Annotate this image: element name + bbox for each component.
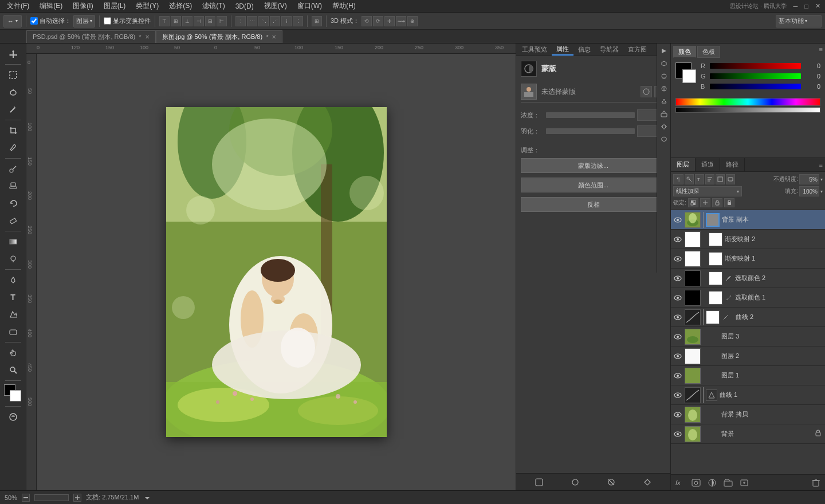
eye-layer2[interactable] bbox=[673, 352, 682, 361]
3d-btn3[interactable]: ✛ bbox=[384, 16, 395, 26]
layer-row-gradient1[interactable]: 渐变映射 1 bbox=[671, 249, 825, 269]
channels-tab[interactable]: 通道 bbox=[696, 158, 720, 171]
lasso-tool[interactable] bbox=[5, 84, 21, 100]
auto-select-input[interactable] bbox=[30, 17, 38, 25]
tab-jpg-close[interactable]: ✕ bbox=[272, 34, 276, 40]
layer-row-bg-copy[interactable]: 背景 副本 bbox=[671, 210, 825, 230]
prop-tab-histogram[interactable]: 直方图 bbox=[623, 44, 651, 55]
type-icon[interactable]: ¶ bbox=[673, 174, 683, 184]
side-btn5[interactable] bbox=[659, 96, 669, 107]
window-max[interactable]: □ bbox=[802, 3, 811, 10]
layer-row-gradient2[interactable]: 渐变映射 2 bbox=[671, 230, 825, 249]
layer-group-btn[interactable] bbox=[722, 477, 734, 489]
prop-tab-info[interactable]: 信息 bbox=[573, 44, 595, 55]
menu-item-window[interactable]: 窗口(W) bbox=[293, 0, 327, 12]
layer-mask-btn[interactable] bbox=[690, 477, 702, 489]
grayscale-bar[interactable] bbox=[675, 107, 820, 113]
dist-left-btn[interactable]: ⋰ bbox=[270, 16, 280, 26]
align-top-btn[interactable]: ⊤ bbox=[159, 16, 170, 26]
menu-item-image[interactable]: 图像(I) bbox=[68, 0, 97, 12]
align-bottom-btn[interactable]: ⊥ bbox=[182, 16, 192, 26]
layer-row-layer3[interactable]: 图层 3 bbox=[671, 327, 825, 346]
opacity-value[interactable]: 5% bbox=[799, 174, 819, 184]
layer-row-bg-backup[interactable]: 背景 拷贝 bbox=[671, 405, 825, 424]
menu-item-type[interactable]: 类型(Y) bbox=[131, 0, 163, 12]
menu-item-filter[interactable]: 滤镜(T) bbox=[198, 0, 229, 12]
background-swatch[interactable] bbox=[682, 69, 696, 83]
prop-tab-properties[interactable]: 属性 bbox=[552, 44, 573, 56]
fill-arrow[interactable]: ▾ bbox=[820, 189, 823, 194]
mask-bottom-btn4[interactable] bbox=[642, 477, 653, 488]
layer-adjust-btn[interactable] bbox=[706, 477, 718, 489]
zoom-in-btn[interactable] bbox=[73, 494, 81, 502]
density-slider[interactable] bbox=[546, 112, 635, 118]
blend-mode-select[interactable]: 线性加深 ▾ bbox=[673, 186, 742, 196]
menu-item-3d[interactable]: 3D(D) bbox=[231, 1, 258, 11]
tab-jpg[interactable]: 原图.jpg @ 50% (背景 副本, RGB/8) * ✕ bbox=[156, 30, 283, 43]
layers-tab[interactable]: 图层 bbox=[671, 158, 696, 171]
selection-tool[interactable] bbox=[5, 67, 21, 83]
dist-top-btn[interactable]: ⋮ bbox=[235, 16, 246, 26]
stamp-tool[interactable] bbox=[5, 178, 21, 194]
green-slider[interactable] bbox=[710, 73, 801, 79]
filter-btn2[interactable]: T bbox=[695, 174, 704, 184]
tab-psd-close[interactable]: ✕ bbox=[145, 34, 150, 40]
history-tool[interactable] bbox=[5, 195, 21, 211]
layer-row-curves2[interactable]: 曲线 2 bbox=[671, 308, 825, 327]
spectrum-bar[interactable] bbox=[675, 98, 820, 106]
mask-bottom-btn2[interactable] bbox=[569, 477, 581, 488]
3d-btn2[interactable]: ⟳ bbox=[373, 16, 383, 26]
show-transform-checkbox[interactable]: 显示变换控件 bbox=[104, 17, 151, 25]
eye-curves1[interactable] bbox=[673, 391, 682, 400]
color-tab[interactable]: 颜色 bbox=[673, 46, 696, 58]
side-btn8[interactable] bbox=[659, 134, 669, 144]
eye-bg-copy[interactable] bbox=[673, 215, 682, 225]
prop-tab-preview[interactable]: 工具预览 bbox=[517, 44, 552, 55]
layers-panel-menu[interactable]: ≡ bbox=[819, 162, 823, 168]
background-color[interactable] bbox=[10, 390, 21, 401]
workspace-dropdown[interactable]: 基本功能 ▾ bbox=[776, 15, 822, 27]
feather-slider[interactable] bbox=[546, 128, 635, 134]
layer-row-layer1[interactable]: 图层 1 bbox=[671, 366, 825, 385]
lock-position-btn[interactable] bbox=[700, 198, 710, 207]
canvas-container[interactable] bbox=[37, 54, 516, 490]
eye-layer1[interactable] bbox=[673, 371, 682, 380]
eye-gradient1[interactable] bbox=[673, 254, 682, 263]
menu-item-edit[interactable]: 编辑(E) bbox=[35, 0, 67, 12]
brush-tool[interactable] bbox=[5, 161, 21, 177]
eye-layer3[interactable] bbox=[673, 332, 682, 341]
tab-psd[interactable]: PSD.psd @ 50% (背景 副本, RGB/8) * ✕ bbox=[26, 30, 156, 43]
shape-tool[interactable] bbox=[5, 324, 21, 340]
zoom-out-btn[interactable] bbox=[22, 494, 30, 502]
wand-tool[interactable] bbox=[5, 101, 21, 117]
align-hmid-btn[interactable]: ⊟ bbox=[205, 16, 215, 26]
lock-lock-btn[interactable] bbox=[724, 198, 734, 207]
layer-row-layer2[interactable]: 图层 2 bbox=[671, 346, 825, 366]
move-tool-btn[interactable]: ↔ ▾ bbox=[3, 15, 22, 27]
menu-item-layer[interactable]: 图层(L) bbox=[99, 0, 131, 12]
filter-btn4[interactable] bbox=[716, 174, 725, 184]
menu-item-file[interactable]: 文件(F) bbox=[2, 0, 34, 12]
mask-edge-btn[interactable]: 蒙版边缘... bbox=[521, 158, 666, 173]
invert-btn[interactable]: 反相 bbox=[521, 197, 666, 212]
3d-btn5[interactable]: ⊕ bbox=[407, 16, 418, 26]
mask-option1-btn[interactable] bbox=[641, 86, 652, 97]
opacity-arrow[interactable]: ▾ bbox=[820, 177, 823, 182]
side-btn3[interactable] bbox=[659, 71, 669, 81]
layer-delete-btn[interactable] bbox=[810, 477, 822, 489]
menu-item-view[interactable]: 视图(V) bbox=[260, 0, 292, 12]
eye-bg-backup[interactable] bbox=[673, 410, 682, 419]
quick-mask-btn[interactable] bbox=[5, 409, 21, 425]
color-picker[interactable] bbox=[4, 384, 22, 403]
text-tool[interactable]: T bbox=[5, 289, 21, 305]
paths-tab[interactable]: 路径 bbox=[720, 158, 745, 171]
red-slider[interactable] bbox=[710, 63, 801, 69]
side-btn2[interactable] bbox=[659, 58, 669, 69]
zoom-tool[interactable] bbox=[5, 362, 21, 378]
auto-select-checkbox[interactable]: 自动选择： bbox=[30, 17, 71, 25]
side-btn4[interactable] bbox=[659, 84, 669, 94]
fill-value[interactable]: 100% bbox=[799, 186, 819, 196]
color-range-btn[interactable]: 颜色范围... bbox=[521, 178, 666, 192]
pen-tool[interactable] bbox=[5, 272, 21, 288]
mask-bottom-btn3[interactable] bbox=[606, 477, 617, 488]
